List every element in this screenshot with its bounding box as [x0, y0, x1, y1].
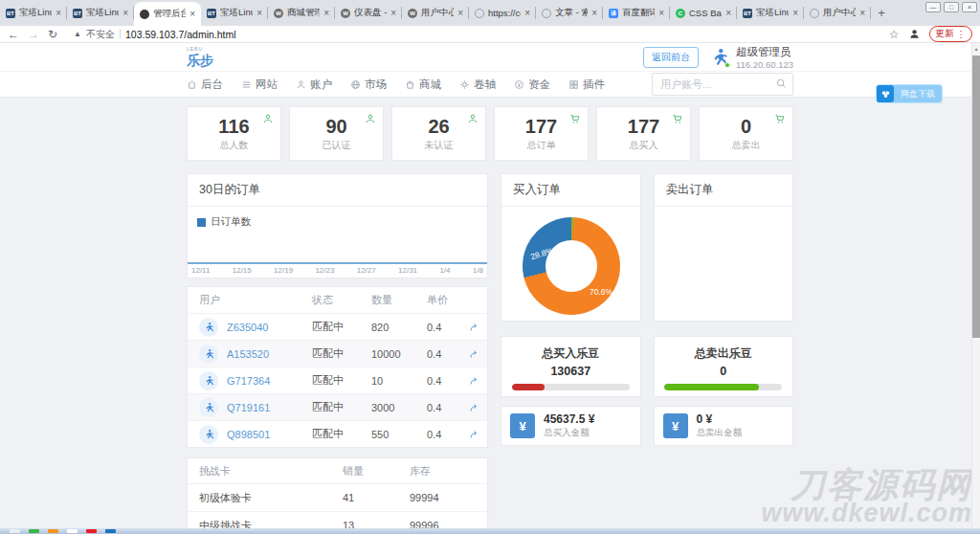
x-axis-tick: 1/8: [473, 266, 483, 275]
progress-track: [664, 384, 782, 390]
nav-item[interactable]: 插件: [568, 78, 605, 92]
share-arrow-icon[interactable]: [469, 401, 480, 413]
chrome-update-button[interactable]: 更新 ⋮: [929, 26, 973, 42]
browser-tab[interactable]: BT 宝塔Linux面 ×: [201, 0, 268, 26]
taskbar-icon[interactable]: [105, 529, 116, 533]
orders-30d-title: 30日的订单: [188, 174, 487, 207]
taskbar-icon[interactable]: [10, 529, 20, 533]
tab-favicon: [140, 10, 149, 19]
reload-icon[interactable]: ↻: [48, 27, 57, 42]
profile-icon[interactable]: [908, 28, 921, 40]
taskbar-icon[interactable]: [29, 529, 39, 533]
nav-item[interactable]: 市场: [350, 78, 387, 92]
browser-tab[interactable]: W 用户中心-索 ×: [402, 0, 469, 26]
browser-tab[interactable]: 管理后台 ×: [134, 2, 201, 26]
tab-close-icon[interactable]: ×: [457, 8, 463, 18]
col-price: 单价: [427, 293, 469, 307]
tab-favicon: C: [676, 9, 685, 18]
user-link[interactable]: Q898501: [227, 429, 270, 440]
tab-close-icon[interactable]: ×: [859, 8, 865, 18]
nav-item[interactable]: 资金: [514, 78, 550, 92]
stat-label: 未认证: [392, 139, 485, 152]
taskbar-icon[interactable]: [48, 529, 58, 533]
browser-tab[interactable]: 译 百度翻译-20 ×: [603, 0, 670, 26]
floating-button-label: 网盘下载: [894, 88, 942, 100]
browser-tab[interactable]: 用户中心 - 1 ×: [804, 0, 871, 26]
tab-close-icon[interactable]: ×: [658, 8, 664, 18]
browser-tab[interactable]: W 仪表盘 - 索 ×: [335, 0, 402, 26]
tab-close-icon[interactable]: ×: [189, 9, 195, 19]
new-tab-button[interactable]: +: [871, 3, 892, 24]
browser-tab[interactable]: 文章 - 索测 ×: [536, 0, 603, 26]
browser-tab[interactable]: W 商城管理 - 3 ×: [268, 0, 335, 26]
amount-card: ¥ 0 ¥ 总卖出金额: [654, 406, 794, 446]
taskbar-icon[interactable]: [67, 529, 78, 533]
watermark-line2: www.dkewl.com: [761, 501, 972, 526]
admin-account[interactable]: 超级管理员 116.20.60.123: [708, 45, 793, 70]
user-link[interactable]: Z635040: [227, 322, 268, 333]
restore-button[interactable]: □: [944, 2, 959, 12]
tab-close-icon[interactable]: ×: [792, 8, 798, 18]
tab-close-icon[interactable]: ×: [56, 8, 61, 18]
col-user: 用户: [199, 293, 312, 307]
share-arrow-icon[interactable]: [469, 428, 480, 440]
browser-tab[interactable]: https://cdn. ×: [469, 0, 536, 26]
nav-item[interactable]: 卷轴: [459, 78, 496, 92]
row-price: 0.4: [427, 429, 469, 440]
browser-tab[interactable]: BT 宝塔Linux面 ×: [0, 0, 67, 26]
back-to-front-button[interactable]: 返回前台: [643, 47, 699, 68]
card-table-row: 中级挑战卡 13 99996: [188, 511, 487, 528]
tab-close-icon[interactable]: ×: [524, 8, 530, 18]
nav-item[interactable]: 商城: [405, 78, 441, 92]
page-scrollbar[interactable]: ▴: [971, 43, 980, 528]
site-header: LEBU 乐步 返回前台 超级管理员 116.20.60.123: [0, 43, 980, 71]
tab-close-icon[interactable]: ×: [725, 8, 731, 18]
tab-close-icon[interactable]: ×: [323, 8, 329, 18]
yen-icon: ¥: [510, 413, 535, 438]
scrollbar-thumb[interactable]: [972, 56, 980, 338]
share-arrow-icon[interactable]: [469, 321, 480, 333]
close-window-button[interactable]: ×: [962, 2, 977, 12]
menu-dots-icon[interactable]: ⋮: [957, 29, 967, 39]
tab-close-icon[interactable]: ×: [390, 8, 396, 18]
row-price: 0.4: [427, 402, 469, 413]
search-input[interactable]: [652, 73, 793, 96]
buy-orders-title: 买入订单: [501, 174, 640, 207]
stat-card: 177 总订单: [494, 106, 589, 161]
share-arrow-icon[interactable]: [469, 347, 480, 360]
forward-icon[interactable]: →: [28, 27, 39, 42]
taskbar-sliver: [0, 528, 980, 534]
nav-item[interactable]: 账户: [296, 78, 332, 92]
tab-close-icon[interactable]: ×: [122, 8, 128, 18]
tab-close-icon[interactable]: ×: [591, 8, 597, 18]
window-controls: — □ ×: [925, 2, 977, 12]
user-link[interactable]: Q719161: [227, 402, 270, 413]
tab-close-icon[interactable]: ×: [256, 8, 262, 18]
user-link[interactable]: G717364: [227, 375, 270, 387]
nav-item[interactable]: 后台: [187, 78, 223, 92]
share-arrow-icon[interactable]: [469, 374, 480, 387]
minimize-button[interactable]: —: [925, 2, 941, 12]
bookmark-star-icon[interactable]: ☆: [889, 27, 900, 42]
scrollbar-up-arrow[interactable]: ▴: [972, 45, 980, 52]
site-logo[interactable]: LEBU 乐步: [187, 47, 213, 68]
browser-tab[interactable]: BT 宝塔Linux面 ×: [67, 0, 134, 26]
user-link[interactable]: A153520: [227, 348, 269, 360]
col-stock: 库存: [410, 464, 476, 478]
nav-item[interactable]: 网站: [241, 78, 278, 92]
card-table-row: 初级体验卡 41 99994: [188, 483, 487, 511]
browser-tab[interactable]: BT 宝塔Linux面 ×: [737, 0, 804, 26]
back-icon[interactable]: ←: [8, 27, 19, 42]
admin-name: 超级管理员: [736, 45, 793, 59]
row-qty: 10: [371, 375, 427, 387]
search-icon[interactable]: [775, 78, 787, 89]
nav-item-icon: [568, 79, 579, 90]
chart-legend[interactable]: 日订单数: [197, 215, 251, 229]
row-price: 0.4: [427, 348, 469, 360]
floating-netdisk-button[interactable]: 网盘下载: [877, 85, 942, 102]
browser-tab[interactable]: C CSS Backgr ×: [670, 0, 737, 26]
url-text: 103.59.103.7/admin.html: [125, 29, 236, 40]
row-status: 匹配中: [312, 400, 371, 414]
address-bar[interactable]: ▲ 不安全 103.59.103.7/admin.html: [74, 28, 880, 41]
taskbar-icon[interactable]: [86, 529, 97, 533]
